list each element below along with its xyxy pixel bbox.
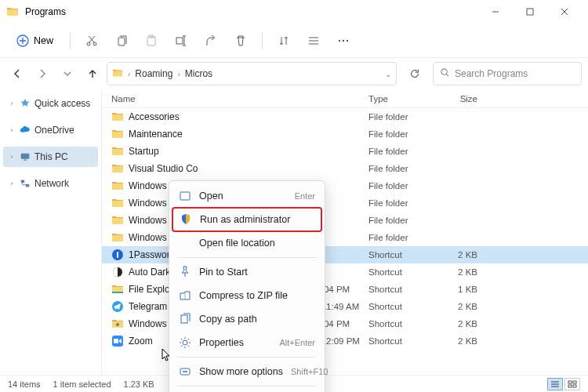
file-type: File folder <box>368 216 435 225</box>
file-explorer-window: Programs New › Roaming <box>0 0 588 392</box>
file-icon <box>111 231 124 244</box>
svg-rect-23 <box>114 339 118 343</box>
view-large-button[interactable] <box>564 378 580 390</box>
file-icon <box>111 283 124 296</box>
file-size: 2 KB <box>435 336 490 346</box>
column-header: Name Type Size <box>102 89 588 108</box>
file-size: 1 KB <box>435 285 490 294</box>
file-type: File folder <box>368 164 435 173</box>
file-type: Shortcut <box>368 267 435 277</box>
more-button[interactable] <box>330 29 357 53</box>
file-size: 2 KB <box>435 319 490 328</box>
ctx-compress-zip[interactable]: Compress to ZIP file <box>172 284 321 307</box>
network-icon <box>19 177 31 190</box>
ctx-show-more-options[interactable]: Show more options Shift+F10 <box>172 360 321 383</box>
address-bar[interactable]: › Roaming › Micros ⌄ <box>107 62 397 85</box>
svg-point-28 <box>183 371 184 372</box>
up-button[interactable] <box>82 63 103 85</box>
file-icon <box>111 318 124 330</box>
table-row[interactable]: Visual Studio CoFile folder <box>102 160 588 177</box>
view-details-button[interactable] <box>547 378 563 390</box>
table-row[interactable]: StartupFile folder <box>102 143 588 160</box>
share-button[interactable] <box>198 29 224 53</box>
new-button[interactable]: New <box>8 29 62 53</box>
file-type: File folder <box>368 147 435 156</box>
column-header-size[interactable]: Size <box>435 94 490 103</box>
sidebar-item-label: This PC <box>34 151 68 162</box>
svg-rect-24 <box>180 192 190 200</box>
search-icon <box>440 67 450 80</box>
status-size: 1.23 KB <box>124 379 154 389</box>
sidebar-item-quick-access[interactable]: › Quick access <box>3 93 98 114</box>
sidebar-item-label: OneDrive <box>34 125 74 136</box>
context-menu: Open Enter Run as administrator Open fil… <box>169 180 325 392</box>
file-name: Maintenance <box>129 129 183 140</box>
file-type: Shortcut <box>368 319 435 328</box>
table-row[interactable]: MaintenanceFile folder <box>102 125 588 143</box>
svg-point-21 <box>116 323 119 326</box>
svg-rect-25 <box>181 315 187 323</box>
back-button[interactable] <box>6 63 28 85</box>
sidebar-item-this-pc[interactable]: › This PC <box>3 147 98 167</box>
forward-button[interactable] <box>31 63 53 85</box>
svg-point-26 <box>183 340 187 345</box>
file-type: Shortcut <box>368 250 435 260</box>
ctx-properties[interactable]: Properties Alt+Enter <box>172 331 321 354</box>
close-button[interactable] <box>547 0 582 24</box>
shield-icon <box>180 213 192 226</box>
chevron-right-icon: › <box>8 126 16 134</box>
file-name: Startup <box>129 146 159 157</box>
view-toggle <box>547 378 580 390</box>
file-type: File folder <box>368 198 435 208</box>
svg-point-11 <box>441 69 447 74</box>
cut-button[interactable] <box>78 29 105 53</box>
recent-button[interactable] <box>56 63 78 85</box>
ctx-quick-actions <box>172 389 321 392</box>
menu-separator <box>177 357 317 358</box>
view-button[interactable] <box>300 29 327 53</box>
toolbar-separator <box>70 32 71 49</box>
file-name: Zoom <box>129 336 153 347</box>
delete-button[interactable] <box>227 29 254 53</box>
svg-point-10 <box>347 39 348 41</box>
ctx-run-as-administrator[interactable]: Run as administrator <box>172 207 322 232</box>
table-row[interactable]: AccessoriesFile folder <box>102 108 588 125</box>
column-header-type[interactable]: Type <box>368 94 435 103</box>
plus-circle-icon <box>16 34 29 47</box>
breadcrumb-segment[interactable]: Roaming <box>135 68 172 79</box>
file-icon <box>111 111 124 123</box>
chevron-right-icon: › <box>8 100 16 107</box>
file-type: Shortcut <box>368 336 435 346</box>
file-name: Accessories <box>129 111 180 122</box>
file-type: File folder <box>368 129 435 139</box>
file-size: 2 KB <box>435 267 490 277</box>
copy-button[interactable] <box>108 29 135 53</box>
open-icon <box>179 190 191 202</box>
file-icon <box>111 162 124 175</box>
svg-rect-7 <box>176 38 183 44</box>
file-icon <box>111 335 124 347</box>
column-header-name[interactable]: Name <box>102 94 267 103</box>
breadcrumb-segment[interactable]: Micros <box>185 68 212 79</box>
chevron-down-icon[interactable]: ⌄ <box>385 70 391 78</box>
sort-button[interactable] <box>270 29 297 53</box>
minimize-button[interactable] <box>478 0 513 24</box>
sidebar-item-network[interactable]: › Network <box>3 173 98 194</box>
ctx-open-file-location[interactable]: Open file location <box>172 231 321 255</box>
new-button-label: New <box>34 35 53 46</box>
sidebar-item-onedrive[interactable]: › OneDrive <box>3 120 98 140</box>
ctx-copy-as-path[interactable]: Copy as path <box>172 307 321 331</box>
rename-button[interactable] <box>168 29 194 53</box>
file-name: Telegram <box>129 301 167 312</box>
paste-button[interactable] <box>138 29 165 53</box>
refresh-button[interactable] <box>403 62 426 85</box>
maximize-button[interactable] <box>513 0 547 24</box>
ctx-pin-to-start[interactable]: Pin to Start <box>172 260 321 284</box>
file-icon <box>111 249 124 261</box>
search-box[interactable]: Search Programs <box>433 62 582 85</box>
menu-separator <box>177 257 317 258</box>
toolbar: New <box>0 24 588 58</box>
ctx-open[interactable]: Open Enter <box>172 184 321 208</box>
svg-rect-12 <box>21 154 30 159</box>
copy-path-icon <box>179 313 191 325</box>
